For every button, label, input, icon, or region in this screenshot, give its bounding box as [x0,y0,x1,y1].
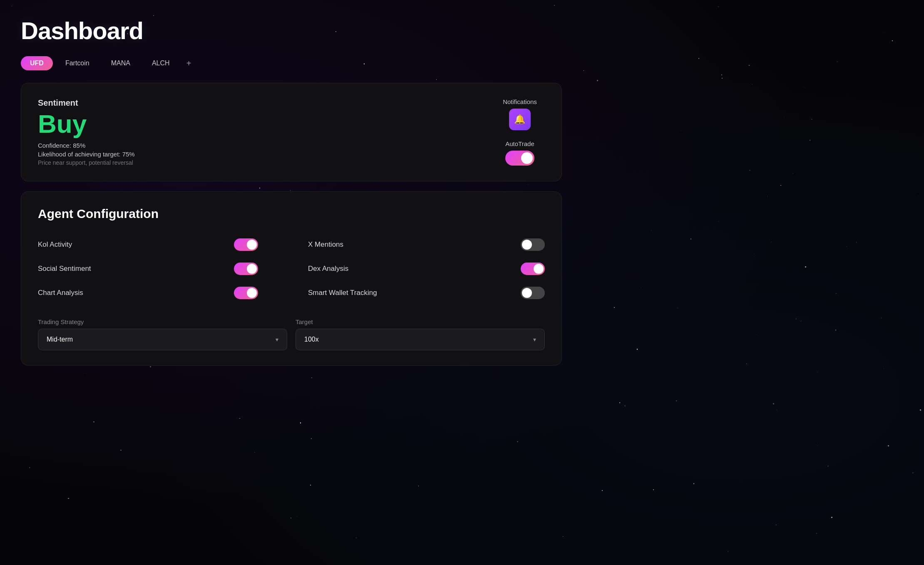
add-tab-button[interactable]: + [182,57,196,70]
target-group: Target 100x ▾ [296,318,545,350]
strategy-chevron-icon: ▾ [276,336,278,343]
config-chart-label: Chart Analysis [38,289,83,297]
strategy-group: Trading Strategy Mid-term ▾ [38,318,287,350]
kol-toggle[interactable] [234,238,258,251]
strategy-select[interactable]: Mid-term ▾ [38,329,287,350]
agent-config-card: Agent Configuration Kol Activity Social … [21,191,562,366]
config-row-smartwallet: Smart Wallet Tracking [291,281,545,305]
config-xmentions-label: X Mentions [308,240,343,249]
social-toggle[interactable] [234,263,258,275]
config-right-column: X Mentions Dex Analysis Smart Wallet Tra… [291,233,545,305]
tab-fartcoin[interactable]: Fartcoin [56,56,99,70]
target-chevron-icon: ▾ [533,336,536,343]
config-grid: Kol Activity Social Sentiment Chart Anal… [38,233,545,305]
page-title: Dashboard [21,17,562,45]
config-social-label: Social Sentiment [38,265,91,273]
config-smartwallet-label: Smart Wallet Tracking [308,289,377,297]
config-row-dex: Dex Analysis [291,257,545,281]
sentiment-likelihood: Likelihood of achieving target: 75% [38,151,135,158]
sentiment-right: Notifications 🔔 AutoTrade [495,98,545,166]
config-kol-label: Kol Activity [38,240,72,249]
notifications-button[interactable]: 🔔 [509,109,531,130]
tab-ufd[interactable]: UFD [21,56,53,70]
tab-mana[interactable]: MANA [102,56,139,70]
autotrade-label: AutoTrade [505,140,534,147]
dex-toggle[interactable] [521,263,545,275]
xmentions-toggle[interactable] [521,238,545,251]
config-left-column: Kol Activity Social Sentiment Chart Anal… [38,233,291,305]
smartwallet-toggle[interactable] [521,287,545,299]
config-row-xmentions: X Mentions [291,233,545,257]
sentiment-card: Sentiment Buy Confidence: 85% Likelihood… [21,83,562,181]
sentiment-note: Price near support, potential reversal [38,159,135,166]
config-row-social: Social Sentiment [38,257,291,281]
sentiment-label: Sentiment [38,98,135,108]
sentiment-value: Buy [38,111,135,137]
autotrade-toggle[interactable] [505,151,534,166]
strategy-value: Mid-term [47,336,73,343]
tab-alch[interactable]: ALCH [143,56,179,70]
sentiment-confidence: Confidence: 85% [38,142,135,149]
agent-config-title: Agent Configuration [38,207,545,221]
config-row-chart: Chart Analysis [38,281,291,305]
select-row: Trading Strategy Mid-term ▾ Target 100x … [38,318,545,350]
notifications-section: Notifications 🔔 [503,98,537,130]
autotrade-section: AutoTrade [505,140,534,166]
bell-icon: 🔔 [514,114,525,125]
target-label: Target [296,318,545,325]
tab-bar: UFD Fartcoin MANA ALCH + [21,56,562,70]
notifications-label: Notifications [503,98,537,105]
config-row-kol: Kol Activity [38,233,291,257]
strategy-label: Trading Strategy [38,318,287,325]
sentiment-left: Sentiment Buy Confidence: 85% Likelihood… [38,98,135,166]
target-select[interactable]: 100x ▾ [296,329,545,350]
target-value: 100x [304,336,319,343]
config-dex-label: Dex Analysis [308,265,348,273]
chart-toggle[interactable] [234,287,258,299]
